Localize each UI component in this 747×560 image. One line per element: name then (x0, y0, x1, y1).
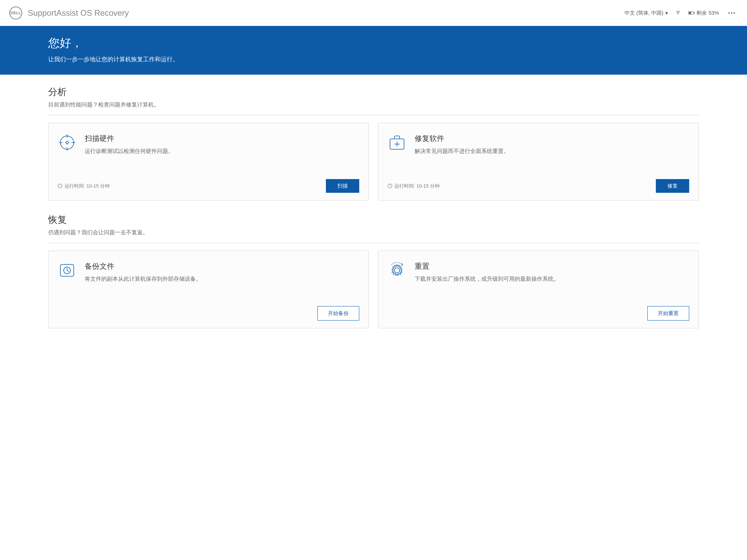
banner-subtitle: 让我们一步一步地让您的计算机恢复工作和运行。 (48, 55, 699, 63)
content: 分析 目前遇到性能问题？检查问题并修复计算机。 (0, 75, 747, 560)
clock-icon (388, 184, 392, 188)
medkit-icon (388, 133, 406, 152)
card-top: 备份文件 将文件的副本从此计算机保存到外部存储设备。 (58, 261, 359, 283)
card-bottom: 开始备份 (58, 299, 359, 321)
battery-indicator: 剩余 53% (688, 9, 719, 17)
card-desc-reset: 下载并安装出厂操作系统，或升级到可用的最新操作系统。 (415, 275, 689, 283)
card-reset: 重置 下载并安装出厂操作系统，或升级到可用的最新操作系统。 开始重置 (378, 250, 699, 328)
card-bottom: 运行时间: 10-15 分钟 修复 (388, 172, 689, 193)
card-top: 扫描硬件 运行诊断测试以检测任何硬件问题。 (58, 133, 359, 155)
section-header-recover: 恢复 仍遇到问题？我们会让问题一去不复返。 (48, 214, 699, 236)
card-title-backup: 备份文件 (85, 261, 359, 271)
start-reset-button[interactable]: 开始重置 (647, 306, 689, 321)
wifi-status-icon[interactable] (675, 10, 681, 16)
more-menu-icon[interactable]: ••• (726, 10, 738, 16)
cards-row-recover: 备份文件 将文件的副本从此计算机保存到外部存储设备。 开始备份 (48, 250, 699, 328)
topbar: DELL SupportAssist OS Recovery 中文 (简体, 中… (0, 0, 747, 26)
cards-row-analyze: 扫描硬件 运行诊断测试以检测任何硬件问题。 运行时间: 10-15 分钟 扫描 (48, 123, 699, 201)
card-bottom: 运行时间: 10-15 分钟 扫描 (58, 172, 359, 193)
svg-rect-2 (694, 12, 695, 14)
section-title-analyze: 分析 (48, 86, 699, 98)
banner: 您好， 让我们一步一步地让您的计算机恢复工作和运行。 (0, 26, 747, 75)
battery-icon (688, 10, 695, 16)
section-header-analyze: 分析 目前遇到性能问题？检查问题并修复计算机。 (48, 86, 699, 108)
clock-icon (58, 184, 62, 188)
chevron-down-icon: ▾ (665, 10, 668, 16)
card-title-reset: 重置 (415, 261, 689, 271)
topbar-left: DELL SupportAssist OS Recovery (9, 6, 129, 20)
section-subtitle-analyze: 目前遇到性能问题？检查问题并修复计算机。 (48, 101, 699, 108)
svg-rect-9 (66, 141, 69, 144)
runtime-text-scan-hw: 运行时间: 10-15 分钟 (65, 183, 110, 189)
runtime-scan-hw: 运行时间: 10-15 分钟 (58, 183, 110, 189)
card-text: 备份文件 将文件的副本从此计算机保存到外部存储设备。 (85, 261, 359, 283)
start-backup-button[interactable]: 开始备份 (317, 306, 359, 321)
card-text: 重置 下载并安装出厂操作系统，或升级到可用的最新操作系统。 (415, 261, 689, 283)
card-text: 修复软件 解决常见问题而不进行全面系统重置。 (415, 133, 689, 155)
repair-button[interactable]: 修复 (656, 179, 689, 193)
svg-point-4 (60, 136, 74, 149)
section-subtitle-recover: 仍遇到问题？我们会让问题一去不复返。 (48, 229, 699, 236)
svg-point-15 (394, 268, 400, 273)
card-scan-hardware: 扫描硬件 运行诊断测试以检测任何硬件问题。 运行时间: 10-15 分钟 扫描 (48, 123, 369, 201)
crosshair-icon (58, 133, 76, 152)
battery-remaining-label: 剩余 (696, 9, 707, 17)
card-title-scan-hw: 扫描硬件 (85, 133, 359, 143)
dell-logo-text: DELL (10, 10, 21, 16)
card-repair-software: 修复软件 解决常见问题而不进行全面系统重置。 运行时间: 10-15 分钟 修复 (378, 123, 699, 201)
card-text: 扫描硬件 运行诊断测试以检测任何硬件问题。 (85, 133, 359, 155)
card-top: 修复软件 解决常见问题而不进行全面系统重置。 (388, 133, 689, 155)
gear-reset-icon (388, 261, 406, 279)
card-backup-files: 备份文件 将文件的副本从此计算机保存到外部存储设备。 开始备份 (48, 250, 369, 328)
scan-button[interactable]: 扫描 (326, 179, 359, 193)
runtime-text-repair-sw: 运行时间: 10-15 分钟 (394, 183, 440, 189)
card-desc-repair-sw: 解决常见问题而不进行全面系统重置。 (415, 147, 689, 155)
section-analyze: 分析 目前遇到性能问题？检查问题并修复计算机。 (48, 86, 699, 201)
card-bottom: 开始重置 (388, 299, 689, 321)
divider (48, 243, 699, 243)
dell-logo-icon: DELL (9, 6, 22, 20)
language-label: 中文 (简体, 中国) (624, 9, 664, 17)
card-top: 重置 下载并安装出厂操作系统，或升级到可用的最新操作系统。 (388, 261, 689, 283)
divider (48, 115, 699, 115)
card-title-repair-sw: 修复软件 (415, 133, 689, 143)
topbar-right: 中文 (简体, 中国) ▾ 剩 (624, 9, 738, 17)
banner-greeting: 您好， (48, 35, 699, 51)
app-title: SupportAssist OS Recovery (28, 8, 129, 18)
runtime-repair-sw: 运行时间: 10-15 分钟 (388, 183, 440, 189)
backup-icon (58, 261, 76, 279)
language-selector[interactable]: 中文 (简体, 中国) ▾ (624, 9, 668, 17)
section-title-recover: 恢复 (48, 214, 699, 226)
svg-rect-3 (689, 12, 691, 14)
svg-point-0 (678, 14, 678, 14)
section-recover: 恢复 仍遇到问题？我们会让问题一去不复返。 (48, 214, 699, 328)
app-container: DELL SupportAssist OS Recovery 中文 (简体, 中… (0, 0, 747, 560)
card-desc-scan-hw: 运行诊断测试以检测任何硬件问题。 (85, 147, 359, 155)
card-desc-backup: 将文件的副本从此计算机保存到外部存储设备。 (85, 275, 359, 283)
battery-percent: 53% (709, 10, 719, 16)
